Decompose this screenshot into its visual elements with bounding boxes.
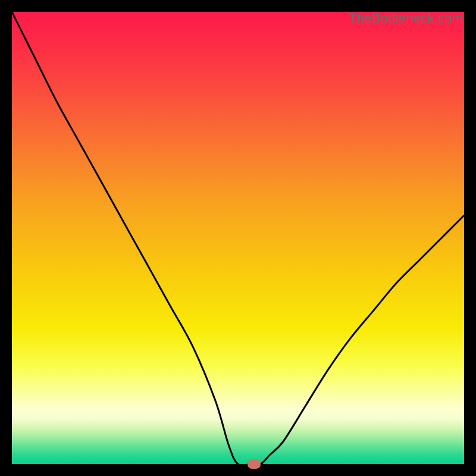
chart-frame: TheBottleneck.com bbox=[0, 0, 476, 476]
curve-path bbox=[12, 12, 464, 464]
watermark-text: TheBottleneck.com bbox=[349, 11, 463, 26]
bottleneck-curve bbox=[12, 12, 464, 464]
plot-area: TheBottleneck.com bbox=[12, 12, 464, 464]
optimal-point-marker bbox=[248, 459, 261, 469]
